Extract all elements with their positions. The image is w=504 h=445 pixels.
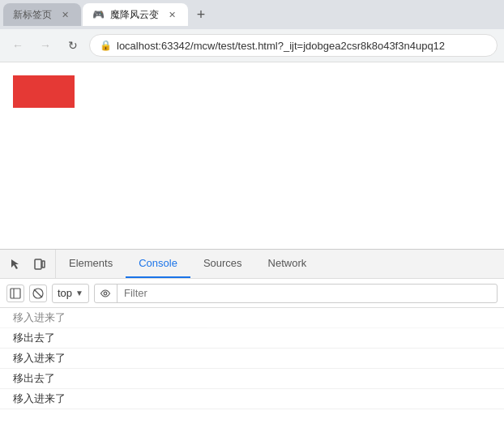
svg-rect-2 <box>11 289 20 298</box>
console-line-text: 移入进来了 <box>13 392 66 406</box>
devtools-secondary-toolbar: top ▼ <box>0 279 504 308</box>
tab-active-title: 魔降风云变 <box>110 8 159 22</box>
tab-newtab[interactable]: 新标签页 ✕ <box>3 3 81 26</box>
devtools-toolbar: Elements Console Sources Network <box>0 250 504 279</box>
devtools-panel: Elements Console Sources Network <box>0 249 504 445</box>
browser-chrome: 新标签页 ✕ 🎮 魔降风云变 ✕ + ← → ↻ 🔒 localhost:633… <box>0 0 504 62</box>
url-text: localhost:63342/mcw/test/test.html?_ijt=… <box>117 40 487 52</box>
tab-sources[interactable]: Sources <box>190 250 255 278</box>
filter-bar <box>94 284 498 303</box>
list-item: 移出去了 <box>0 328 504 349</box>
mobile-toggle-icon[interactable] <box>31 255 49 273</box>
tab-active-close[interactable]: ✕ <box>165 8 178 21</box>
devtools-icon-group <box>0 250 56 278</box>
tab-active-favicon: 🎮 <box>92 9 104 20</box>
list-item: 移入进来了 <box>0 308 504 328</box>
list-item: 移入进来了 <box>0 389 504 409</box>
list-item: 移出去了 <box>0 369 504 389</box>
filter-input[interactable] <box>117 287 497 299</box>
console-output: 移入进来了 移出去了 移入进来了 移出去了 移入进来了 <box>0 308 504 445</box>
red-box <box>13 75 75 108</box>
eye-icon[interactable] <box>95 284 117 303</box>
lock-icon: 🔒 <box>100 40 112 51</box>
url-bar[interactable]: 🔒 localhost:63342/mcw/test/test.html?_ij… <box>89 34 498 57</box>
reload-button[interactable]: ↻ <box>62 34 84 57</box>
context-selector[interactable]: top ▼ <box>52 284 89 303</box>
svg-line-5 <box>34 289 42 297</box>
forward-button[interactable]: → <box>34 34 57 57</box>
sidebar-toggle-icon[interactable] <box>6 285 24 302</box>
svg-point-6 <box>105 292 108 295</box>
tab-newtab-title: 新标签页 <box>13 8 52 22</box>
tab-active[interactable]: 🎮 魔降风云变 ✕ <box>83 3 188 26</box>
svg-rect-1 <box>42 261 45 267</box>
tab-newtab-close[interactable]: ✕ <box>58 8 71 21</box>
list-item: 移入进来了 <box>0 349 504 369</box>
new-tab-button[interactable]: + <box>190 3 212 26</box>
tab-network[interactable]: Network <box>255 250 320 278</box>
clear-console-icon[interactable] <box>29 285 47 302</box>
console-line-text: 移出去了 <box>13 331 55 345</box>
element-picker-icon[interactable] <box>6 255 24 273</box>
devtools-tabs: Elements Console Sources Network <box>56 250 504 278</box>
context-select-arrow-icon: ▼ <box>75 289 83 297</box>
console-line-text: 移入进来了 <box>13 351 66 366</box>
context-select-value: top <box>58 287 72 299</box>
svg-rect-0 <box>35 259 41 269</box>
back-button[interactable]: ← <box>6 34 29 57</box>
tab-elements[interactable]: Elements <box>56 250 126 278</box>
page-content <box>0 62 504 249</box>
address-bar: ← → ↻ 🔒 localhost:63342/mcw/test/test.ht… <box>0 29 504 62</box>
tab-bar: 新标签页 ✕ 🎮 魔降风云变 ✕ + <box>0 0 504 29</box>
console-line-text: 移入进来了 <box>13 310 66 325</box>
console-line-text: 移出去了 <box>13 371 55 386</box>
tab-console[interactable]: Console <box>126 250 190 278</box>
